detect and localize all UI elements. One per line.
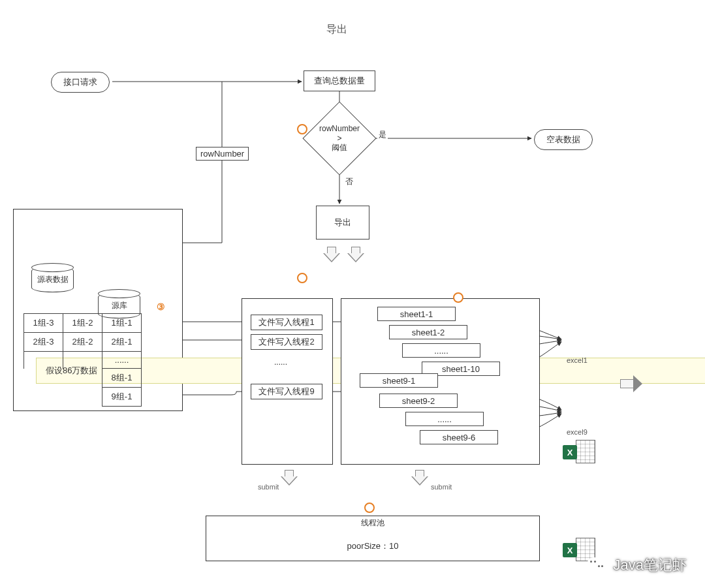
pool-title: 线程池 — [361, 518, 384, 529]
cell: 1组-3 — [24, 314, 63, 333]
thread-box: 文件写入线程9 — [251, 384, 322, 399]
big-arrow-down-icon — [323, 247, 340, 270]
marker-3: ③ — [157, 302, 165, 312]
empty-data-node: 空表数据 — [534, 129, 593, 150]
submit-label-right: submit — [431, 483, 452, 491]
thread-box: 文件写入线程2 — [251, 334, 322, 350]
wechat-icon — [588, 556, 610, 574]
excel-icon: X — [563, 439, 595, 465]
source-db-label: 源库 — [112, 300, 127, 311]
excel9-label: excel9 — [567, 428, 588, 436]
big-arrow-down-icon — [347, 247, 364, 270]
branch-no-label: 否 — [344, 176, 354, 187]
sheet-box: ...... — [405, 412, 484, 426]
submit-label-left: submit — [258, 483, 279, 491]
big-arrow-down-icon — [411, 470, 428, 493]
cell — [63, 388, 102, 407]
sheet-box: sheet1-1 — [377, 307, 456, 321]
diagram-title: 导出 — [326, 23, 347, 37]
cell: 1组-2 — [63, 314, 102, 333]
source-table-label: 源表数据 — [37, 274, 69, 285]
cell — [24, 352, 63, 369]
table-row: 2组-3 2组-2 2组-1 — [24, 333, 142, 352]
thread-pool-box: 线程池 poorSize：10 — [206, 516, 540, 561]
table-row: 8组-1 — [24, 369, 142, 388]
cell: 2组-1 — [102, 333, 142, 352]
cell: 1组-1 — [102, 314, 142, 333]
cell — [24, 369, 63, 388]
cell: 9组-1 — [102, 388, 142, 407]
source-table-cylinder: 源表数据 — [31, 266, 74, 292]
decision-text: rowNumber > 阈值 — [313, 112, 366, 164]
thread-dots: ...... — [274, 358, 287, 367]
watermark-text: Java笔记虾 — [614, 555, 687, 575]
marker-2-icon — [297, 273, 307, 283]
cell: ...... — [102, 352, 142, 369]
table-row: ...... — [24, 352, 142, 369]
sheet-box: sheet9-1 — [360, 373, 438, 388]
big-arrow-right-icon — [620, 375, 644, 392]
marker-1-icon — [297, 124, 307, 134]
cell: 2组-3 — [24, 333, 63, 352]
export-subprocess-label: 导出 — [334, 217, 351, 228]
cell — [63, 352, 102, 369]
table-row: 1组-3 1组-2 1组-1 — [24, 314, 142, 333]
cell — [63, 369, 102, 388]
cell: 2组-2 — [63, 333, 102, 352]
sheet-box: sheet9-6 — [420, 430, 498, 444]
marker-4-icon — [453, 292, 463, 303]
big-arrow-down-icon — [281, 470, 298, 493]
sheet-box: sheet1-2 — [389, 325, 467, 339]
export-subprocess: 导出 — [320, 206, 366, 240]
table-row: 9组-1 — [24, 388, 142, 407]
marker-5-icon — [364, 503, 375, 513]
query-total-box: 查询总数据量 — [304, 70, 375, 91]
group-table: 1组-3 1组-2 1组-1 2组-3 2组-2 2组-1 ...... 8组-… — [24, 313, 142, 407]
branch-yes-label: 是 — [377, 129, 388, 140]
start-node: 接口请求 — [51, 72, 110, 93]
cell: 8组-1 — [102, 369, 142, 388]
cell — [24, 388, 63, 407]
excel1-label: excel1 — [567, 356, 588, 364]
watermark: Java笔记虾 — [588, 555, 687, 575]
sheet-box: sheet9-2 — [379, 394, 458, 408]
rownumber-label: rowNumber — [196, 147, 249, 161]
sheet-box: ...... — [402, 343, 480, 358]
pool-size: poorSize：10 — [347, 540, 399, 552]
thread-box: 文件写入线程1 — [251, 315, 322, 330]
